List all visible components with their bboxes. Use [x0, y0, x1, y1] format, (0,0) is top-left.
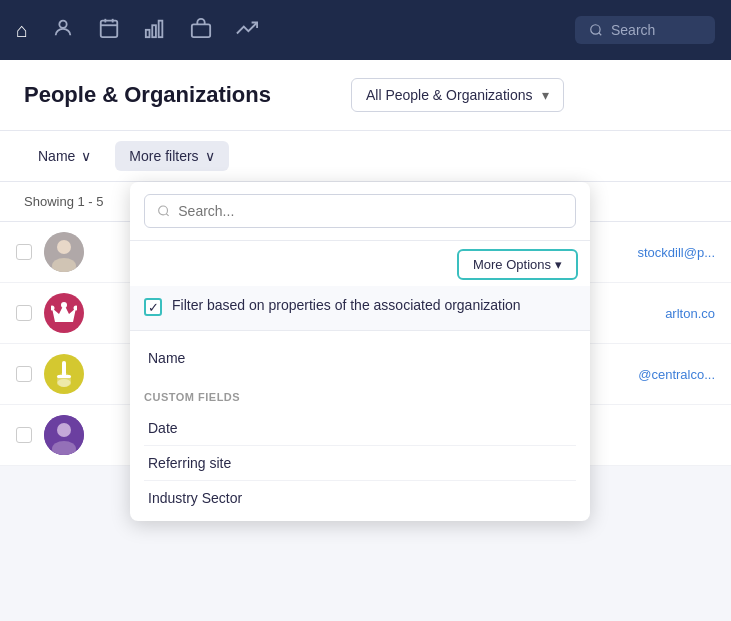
more-filters-button[interactable]: More filters ∨ [115, 141, 228, 171]
row-checkbox[interactable] [16, 427, 32, 443]
home-icon[interactable]: ⌂ [16, 19, 28, 42]
top-navigation: ⌂ Search [0, 0, 731, 60]
calendar-icon[interactable] [98, 17, 120, 44]
name-filter-button[interactable]: Name ∨ [24, 141, 105, 171]
search-bar[interactable]: Search [575, 16, 715, 44]
svg-rect-6 [152, 25, 156, 37]
svg-point-21 [57, 379, 71, 387]
main-area: Showing 1 - 5 stockdill@p... arlton.co @… [0, 182, 731, 466]
name-filter-label: Name [38, 148, 75, 164]
filter-date-item[interactable]: Date [144, 411, 576, 446]
filter-name-section: Name [130, 331, 590, 381]
more-filters-arrow: ∨ [205, 148, 215, 164]
svg-point-0 [59, 20, 66, 27]
filter-org-option: ✓ Filter based on properties of the asso… [130, 286, 590, 331]
more-filters-label: More filters [129, 148, 198, 164]
avatar [44, 232, 84, 272]
person-icon[interactable] [52, 17, 74, 44]
row-email: stockdill@p... [638, 245, 716, 260]
more-options-row: More Options ▾ [130, 241, 590, 286]
search-label: Search [611, 22, 655, 38]
filter-bar: Name ∨ More filters ∨ [0, 131, 731, 182]
svg-line-10 [599, 33, 602, 36]
custom-fields-section: CUSTOM FIELDS Date Referring site Indust… [130, 381, 590, 521]
page-title: People & Organizations [24, 82, 271, 108]
view-dropdown[interactable]: All People & Organizations ▾ [351, 78, 565, 112]
chevron-down-icon: ▾ [542, 87, 549, 103]
more-filters-dropdown: More Options ▾ ✓ Filter based on propert… [130, 182, 590, 521]
trending-icon[interactable] [236, 17, 258, 44]
svg-rect-8 [192, 24, 210, 37]
svg-point-23 [57, 423, 71, 437]
filter-name-item[interactable]: Name [144, 341, 576, 375]
briefcase-icon[interactable] [190, 17, 212, 44]
custom-fields-title: CUSTOM FIELDS [144, 391, 576, 403]
svg-point-9 [591, 25, 600, 34]
svg-line-26 [166, 214, 168, 216]
name-filter-arrow: ∨ [81, 148, 91, 164]
view-dropdown-label: All People & Organizations [366, 87, 533, 103]
chart-icon[interactable] [144, 17, 166, 44]
page-header: People & Organizations All People & Orga… [0, 60, 731, 131]
svg-rect-5 [146, 29, 150, 36]
row-email: @centralco... [638, 367, 715, 382]
filter-industry-sector-item[interactable]: Industry Sector [144, 481, 576, 515]
avatar [44, 415, 84, 455]
row-email: arlton.co [665, 306, 715, 321]
more-options-button[interactable]: More Options ▾ [457, 249, 578, 280]
filter-search-input[interactable] [178, 203, 563, 219]
avatar [44, 293, 84, 333]
row-checkbox[interactable] [16, 305, 32, 321]
row-checkbox[interactable] [16, 366, 32, 382]
chevron-down-icon: ▾ [555, 257, 562, 272]
search-icon [157, 204, 170, 218]
filter-org-label: Filter based on properties of the associ… [172, 296, 521, 316]
svg-rect-1 [101, 20, 118, 36]
avatar [44, 354, 84, 394]
row-checkbox[interactable] [16, 244, 32, 260]
svg-rect-7 [159, 20, 163, 36]
svg-point-15 [61, 302, 67, 308]
svg-rect-20 [57, 375, 71, 378]
filter-search-row [130, 182, 590, 241]
svg-point-25 [159, 206, 168, 215]
filter-referring-site-item[interactable]: Referring site [144, 446, 576, 481]
more-options-label: More Options [473, 257, 551, 272]
svg-point-12 [57, 240, 71, 254]
filter-org-checkbox[interactable]: ✓ [144, 298, 162, 316]
filter-search-box[interactable] [144, 194, 576, 228]
